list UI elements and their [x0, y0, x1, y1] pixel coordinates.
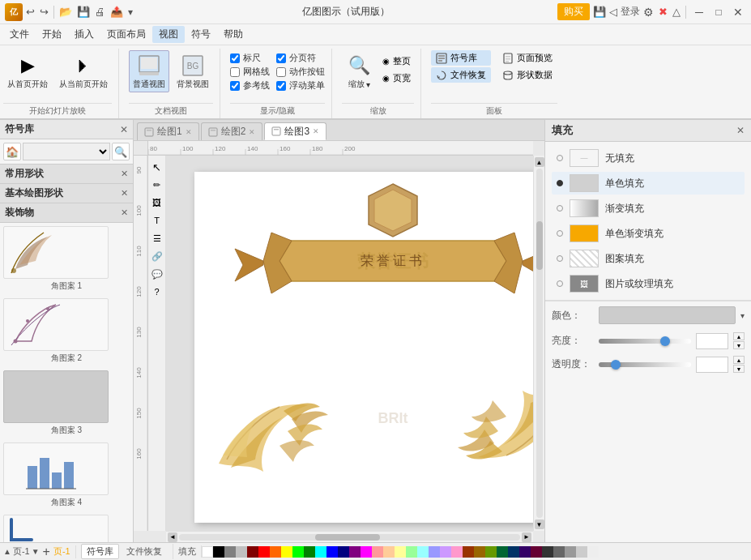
- color-cell[interactable]: [349, 546, 361, 558]
- plugin-btn[interactable]: ✖: [657, 6, 669, 18]
- statusbar-tab-filerestore[interactable]: 文件恢复: [121, 544, 168, 559]
- zoom-btn[interactable]: 🔍 缩放▾: [342, 50, 376, 92]
- tab-drawing2-close[interactable]: ✕: [249, 128, 255, 136]
- save-btn[interactable]: 💾: [75, 4, 92, 19]
- vscrollbar[interactable]: ▲ ▼: [533, 156, 544, 531]
- fill-brightness-input[interactable]: 0 %: [696, 333, 728, 349]
- color-cell[interactable]: [474, 546, 485, 558]
- fill-brightness-slider[interactable]: [599, 339, 691, 344]
- tool-help[interactable]: ?: [149, 284, 165, 300]
- page-down-btn[interactable]: ▼: [32, 547, 40, 556]
- fill-color-dropdown[interactable]: ▾: [740, 311, 745, 320]
- page-preview-btn[interactable]: 页面预览: [497, 50, 557, 66]
- share-btn[interactable]: ◁: [609, 6, 617, 18]
- color-cell[interactable]: [224, 546, 236, 558]
- color-cell[interactable]: [508, 546, 519, 558]
- category-basic[interactable]: 基本绘图形状 ✕: [0, 184, 133, 203]
- color-cell[interactable]: [247, 546, 258, 558]
- shape-data-btn[interactable]: 形状数据: [497, 67, 557, 83]
- color-cell[interactable]: [451, 546, 463, 558]
- gridlines-checkbox[interactable]: 网格线: [230, 66, 270, 78]
- color-cell[interactable]: [553, 546, 565, 558]
- animations-checkbox[interactable]: 动作按钮: [276, 66, 325, 78]
- fill-option-single-gradient[interactable]: 单色渐变填充: [552, 222, 745, 245]
- guides-checkbox[interactable]: 参考线: [230, 79, 270, 92]
- settings-btn[interactable]: ⚙: [643, 6, 654, 19]
- menu-start[interactable]: 开始: [36, 26, 68, 43]
- fill-option-image[interactable]: 🖼 图片或纹理填充: [552, 272, 745, 295]
- tab-drawing2[interactable]: 绘图2 ✕: [201, 122, 263, 140]
- category-decoration[interactable]: 装饰物 ✕: [0, 203, 133, 223]
- from-start-btn[interactable]: ▶ 从首页开始: [3, 50, 52, 92]
- color-cell[interactable]: [281, 546, 292, 558]
- undo-btn[interactable]: ↩: [24, 4, 36, 19]
- list-item[interactable]: [3, 515, 130, 542]
- hscroll-left[interactable]: ◄: [168, 532, 177, 542]
- fill-panel-close[interactable]: ✕: [736, 125, 745, 136]
- tool-container[interactable]: ☰: [149, 230, 165, 246]
- floating-menu-checkbox[interactable]: 浮动菜单: [276, 79, 325, 92]
- fit-page-btn[interactable]: ◉ 整页: [379, 53, 414, 69]
- rulers-checkbox[interactable]: 标尺: [230, 52, 270, 64]
- fill-color-swatch[interactable]: [599, 306, 736, 324]
- color-cell[interactable]: [202, 546, 213, 558]
- page-up-btn[interactable]: ▲: [3, 547, 11, 556]
- category-common-close[interactable]: ✕: [121, 169, 128, 179]
- transparency-inc[interactable]: ▲: [733, 356, 745, 364]
- minimize-btn[interactable]: ─: [691, 4, 707, 20]
- vscroll-down[interactable]: ▼: [535, 519, 544, 529]
- color-cell[interactable]: [213, 546, 224, 558]
- tab-drawing1[interactable]: 绘图1 ✕: [137, 122, 199, 140]
- tool-text[interactable]: T: [149, 212, 165, 229]
- fit-width-btn[interactable]: ◉ 页宽: [379, 71, 414, 86]
- vscroll-up[interactable]: ▲: [535, 157, 544, 167]
- open-btn[interactable]: 📂: [58, 4, 74, 19]
- color-cell[interactable]: [292, 546, 304, 558]
- list-item[interactable]: 角图案 4: [3, 442, 130, 508]
- normal-view-btn[interactable]: 普通视图: [129, 50, 169, 92]
- sidebar-category-select[interactable]: [23, 143, 110, 160]
- fill-transparency-input[interactable]: 0 %: [696, 357, 728, 373]
- help-icon-btn[interactable]: △: [672, 6, 681, 18]
- list-item[interactable]: 角图案 1: [3, 226, 130, 292]
- fill-transparency-slider[interactable]: [599, 362, 691, 367]
- color-cell[interactable]: [531, 546, 542, 558]
- tool-pen[interactable]: ✏: [149, 177, 165, 193]
- color-cell[interactable]: [463, 546, 474, 558]
- tab-drawing1-close[interactable]: ✕: [186, 128, 192, 136]
- symbol-library-btn[interactable]: 符号库: [431, 50, 491, 66]
- color-cell[interactable]: [315, 546, 326, 558]
- color-cell[interactable]: [236, 546, 247, 558]
- fill-option-none[interactable]: — 无填充: [552, 147, 745, 169]
- color-cell[interactable]: [338, 546, 349, 558]
- color-cell[interactable]: [406, 546, 417, 558]
- statusbar-tab-symbollib[interactable]: 符号库: [81, 544, 119, 559]
- print-btn[interactable]: 🖨: [93, 4, 107, 19]
- color-cell[interactable]: [361, 546, 372, 558]
- save-cloud-btn[interactable]: 💾: [593, 6, 606, 18]
- color-cell[interactable]: [304, 546, 315, 558]
- sidebar-search-btn[interactable]: 🔍: [112, 143, 130, 160]
- menu-page-layout[interactable]: 页面布局: [100, 26, 152, 43]
- color-cell[interactable]: [372, 546, 383, 558]
- color-cell[interactable]: [395, 546, 406, 558]
- fill-option-gradient[interactable]: 渐变填充: [552, 197, 745, 220]
- close-btn[interactable]: ✕: [730, 4, 746, 20]
- color-cell[interactable]: [429, 546, 440, 558]
- list-item[interactable]: 角图案 2: [3, 298, 130, 364]
- menu-symbol[interactable]: 符号: [185, 26, 217, 43]
- category-basic-close[interactable]: ✕: [121, 188, 128, 199]
- canvas-scroll[interactable]: 荣誉证书 荣誉证书: [166, 156, 533, 531]
- add-page-btn[interactable]: +: [41, 545, 52, 558]
- fill-option-solid[interactable]: 单色填充: [552, 172, 745, 195]
- tab-drawing3-close[interactable]: ✕: [313, 127, 319, 135]
- color-cell[interactable]: [485, 546, 497, 558]
- background-view-btn[interactable]: BG 背景视图: [173, 50, 213, 92]
- color-cell[interactable]: [576, 546, 587, 558]
- tool-pointer[interactable]: ↖: [149, 159, 165, 175]
- sidebar-close-btn[interactable]: ✕: [120, 124, 128, 135]
- sidebar-home-btn[interactable]: 🏠: [3, 143, 21, 160]
- color-cell[interactable]: [497, 546, 508, 558]
- color-cell[interactable]: [565, 546, 576, 558]
- brightness-dec[interactable]: ▼: [733, 341, 745, 349]
